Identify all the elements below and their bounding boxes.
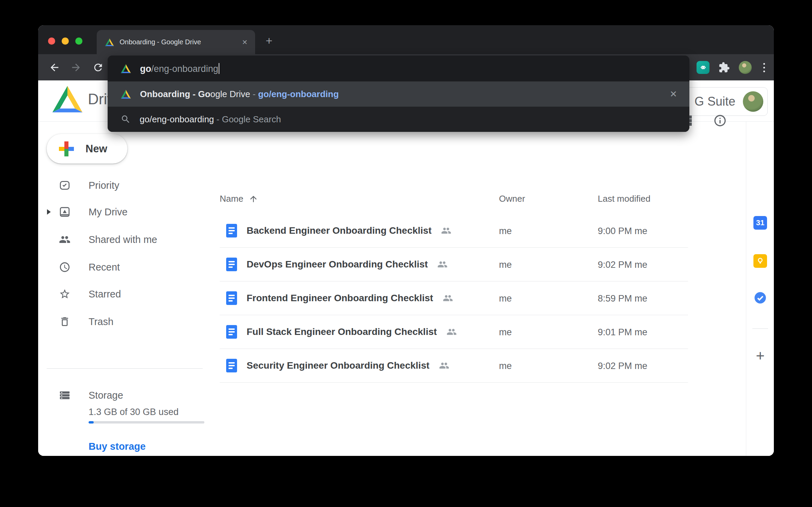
right-side-panel: 31 + bbox=[746, 121, 774, 456]
omnibox[interactable]: go/eng-onboarding bbox=[108, 56, 689, 81]
sidebar-item-trash[interactable]: Trash bbox=[38, 308, 208, 335]
omnibox-input[interactable]: go/eng-onboarding bbox=[140, 63, 219, 74]
google-docs-icon bbox=[226, 258, 237, 271]
suggestion-drive-result[interactable]: Onboarding - Google Drive - go/eng-onboa… bbox=[108, 81, 689, 107]
shared-with-me-icon bbox=[59, 234, 71, 245]
tab-bar: Onboarding - Google Drive ✕ + bbox=[38, 25, 774, 54]
column-last-modified[interactable]: Last modified bbox=[598, 194, 651, 204]
google-docs-icon bbox=[226, 224, 237, 237]
expand-arrow-icon[interactable] bbox=[47, 209, 51, 215]
sidebar-item-recent[interactable]: Recent bbox=[38, 253, 208, 281]
drive-favicon bbox=[121, 64, 131, 73]
file-row[interactable]: Backend Engineer Onboarding Checklist me… bbox=[220, 214, 688, 248]
macos-close-button[interactable] bbox=[48, 37, 55, 45]
browser-tab[interactable]: Onboarding - Google Drive ✕ bbox=[97, 30, 255, 54]
shared-people-icon bbox=[441, 226, 451, 236]
info-button[interactable] bbox=[713, 114, 727, 127]
file-row[interactable]: DevOps Engineer Onboarding Checklist me … bbox=[220, 248, 688, 281]
search-icon bbox=[121, 114, 131, 124]
file-row[interactable]: Frontend Engineer Onboarding Checklist m… bbox=[220, 281, 688, 315]
google-tasks-icon[interactable] bbox=[753, 291, 767, 305]
browser-profile-avatar[interactable] bbox=[739, 61, 752, 74]
new-button-label: New bbox=[85, 143, 107, 155]
my-drive-icon bbox=[59, 206, 71, 218]
back-icon[interactable] bbox=[49, 62, 60, 73]
shared-people-icon bbox=[439, 360, 449, 371]
macos-minimize-button[interactable] bbox=[62, 37, 69, 45]
browser-window: Onboarding - Google Drive ✕ + bbox=[38, 25, 774, 456]
google-docs-icon bbox=[226, 291, 237, 305]
star-icon bbox=[59, 288, 71, 300]
recent-clock-icon bbox=[59, 261, 71, 273]
file-list: Backend Engineer Onboarding Checklist me… bbox=[220, 214, 688, 383]
storage-icon bbox=[59, 389, 71, 401]
info-icon bbox=[713, 114, 727, 127]
suggestion-google-search[interactable]: go/eng-onboarding - Google Search bbox=[108, 107, 689, 132]
column-name[interactable]: Name bbox=[220, 194, 258, 204]
omnibox-dropdown: go/eng-onboarding Onboarding - Google Dr… bbox=[108, 56, 689, 132]
file-owner: me bbox=[499, 361, 512, 371]
google-docs-icon bbox=[226, 359, 237, 372]
macos-zoom-button[interactable] bbox=[75, 37, 82, 45]
tab-title: Onboarding - Google Drive bbox=[120, 38, 242, 46]
file-last-modified: 9:02 PM me bbox=[598, 260, 647, 270]
screen: Onboarding - Google Drive ✕ + bbox=[0, 0, 812, 507]
file-name: Frontend Engineer Onboarding Checklist bbox=[247, 293, 433, 304]
buy-storage-link[interactable]: Buy storage bbox=[89, 441, 146, 452]
sidebar-item-my-drive[interactable]: My Drive bbox=[38, 198, 208, 226]
sidebar-item-storage[interactable]: Storage bbox=[38, 382, 208, 409]
drive-page: Drive G Suite New Priority bbox=[38, 80, 774, 456]
remove-suggestion-icon[interactable]: ✕ bbox=[670, 89, 677, 99]
browser-menu-icon[interactable] bbox=[761, 62, 768, 74]
golinks-extension-icon[interactable] bbox=[697, 61, 709, 74]
storage-usage-text: 1.3 GB of 30 GB used bbox=[89, 407, 178, 417]
extensions-puzzle-icon[interactable] bbox=[718, 62, 730, 73]
text-cursor bbox=[219, 63, 219, 74]
new-tab-icon[interactable]: + bbox=[266, 35, 272, 46]
file-owner: me bbox=[499, 327, 512, 338]
file-last-modified: 8:59 PM me bbox=[598, 293, 647, 304]
tab-close-icon[interactable]: ✕ bbox=[242, 38, 248, 46]
google-drive-favicon bbox=[105, 38, 114, 46]
sort-ascending-icon bbox=[249, 194, 258, 204]
trash-icon bbox=[59, 316, 71, 327]
file-last-modified: 9:01 PM me bbox=[598, 327, 647, 338]
toolbar-right-icons bbox=[697, 61, 768, 74]
google-docs-icon bbox=[226, 325, 237, 339]
storage-progress-fill bbox=[89, 421, 94, 424]
column-owner[interactable]: Owner bbox=[499, 194, 525, 204]
file-owner: me bbox=[499, 293, 512, 304]
file-owner: me bbox=[499, 226, 512, 236]
file-row[interactable]: Full Stack Engineer Onboarding Checklist… bbox=[220, 315, 688, 349]
google-drive-logo bbox=[52, 85, 83, 113]
storage-progress-bar bbox=[89, 421, 204, 424]
shared-people-icon bbox=[447, 327, 457, 337]
gsuite-badge: G Suite bbox=[685, 87, 768, 116]
file-owner: me bbox=[499, 260, 512, 270]
priority-icon bbox=[59, 180, 71, 191]
file-name: Backend Engineer Onboarding Checklist bbox=[247, 225, 432, 236]
file-name: Full Stack Engineer Onboarding Checklist bbox=[247, 326, 437, 337]
google-keep-icon[interactable] bbox=[753, 254, 767, 268]
file-last-modified: 9:00 PM me bbox=[598, 226, 647, 236]
reload-icon[interactable] bbox=[92, 62, 104, 73]
drive-favicon bbox=[121, 90, 131, 99]
file-name: DevOps Engineer Onboarding Checklist bbox=[247, 259, 428, 270]
google-calendar-icon[interactable]: 31 bbox=[753, 216, 767, 230]
new-plus-icon bbox=[59, 141, 74, 156]
sidebar-item-shared-with-me[interactable]: Shared with me bbox=[38, 226, 208, 253]
shared-people-icon bbox=[437, 259, 448, 270]
sidebar-divider bbox=[47, 368, 203, 369]
sidebar-item-priority[interactable]: Priority bbox=[38, 172, 208, 199]
panel-divider bbox=[752, 328, 768, 329]
add-addon-icon[interactable]: + bbox=[753, 349, 767, 363]
sidebar-item-starred[interactable]: Starred bbox=[38, 280, 208, 308]
file-last-modified: 9:02 PM me bbox=[598, 361, 647, 371]
new-button[interactable]: New bbox=[47, 134, 127, 164]
file-name: Security Engineer Onboarding Checklist bbox=[247, 360, 430, 371]
file-row[interactable]: Security Engineer Onboarding Checklist m… bbox=[220, 349, 688, 383]
account-avatar[interactable] bbox=[743, 91, 763, 112]
forward-icon[interactable] bbox=[70, 62, 82, 73]
gsuite-label: G Suite bbox=[694, 94, 735, 109]
file-list-header: Name Owner Last modified bbox=[220, 194, 688, 211]
